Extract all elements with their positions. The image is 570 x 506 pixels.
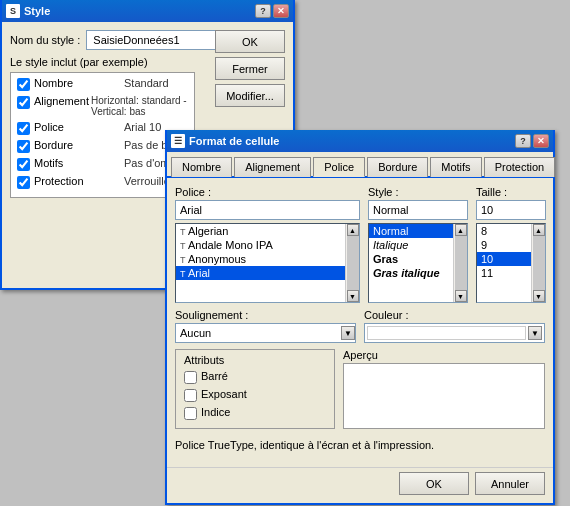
indice-checkbox[interactable]	[184, 407, 197, 420]
style-item-gras[interactable]: Gras	[369, 252, 453, 266]
exposant-label: Exposant	[201, 388, 247, 400]
motifs-label: Motifs	[34, 157, 124, 169]
nombre-label: Nombre	[34, 77, 124, 89]
couleur-select[interactable]: ▼	[364, 323, 545, 343]
style-fermer-button[interactable]: Fermer	[215, 57, 285, 80]
police-input-row	[175, 200, 360, 220]
apercu-section: Aperçu	[343, 349, 545, 435]
police-item-andale[interactable]: T Andale Mono IPA	[176, 238, 345, 252]
police-checkbox[interactable]	[17, 122, 30, 135]
apercu-label: Aperçu	[343, 349, 545, 361]
style-window-title: Style	[24, 5, 50, 17]
taille-column: Taille : 8 9 10 11 ▲ ▼	[476, 186, 546, 303]
taille-scroll-down[interactable]: ▼	[533, 290, 545, 302]
soulignement-couleur-row: Soulignement : Aucun ▼ Couleur : ▼	[175, 309, 545, 343]
taille-item-11[interactable]: 11	[477, 266, 531, 280]
taille-item-8[interactable]: 8	[477, 224, 531, 238]
format-help-button[interactable]: ?	[515, 134, 531, 148]
style-modifier-button[interactable]: Modifier...	[215, 84, 285, 107]
tab-nombre[interactable]: Nombre	[171, 157, 232, 177]
style-item-gras-italique[interactable]: Gras italique	[369, 266, 453, 280]
nom-du-style-label: Nom du style :	[10, 34, 80, 46]
police-scroll-track	[347, 236, 359, 290]
three-col-labels: Police : T Algerian T Andale Mono IPA T …	[175, 186, 545, 303]
soulignement-label: Soulignement :	[175, 309, 356, 321]
format-ok-button[interactable]: OK	[399, 472, 469, 495]
attributs-title: Attributs	[184, 354, 326, 366]
soulignement-col: Soulignement : Aucun ▼	[175, 309, 356, 343]
tab-alignement[interactable]: Alignement	[234, 157, 311, 177]
taille-input-row	[476, 200, 546, 220]
nombre-value: Standard	[124, 77, 169, 89]
police-item-algerian[interactable]: T Algerian	[176, 224, 345, 238]
style-motifs-item: Motifs Pas d'ombr	[17, 157, 188, 171]
style-input[interactable]	[368, 200, 468, 220]
style-scroll-up[interactable]: ▲	[455, 224, 467, 236]
style-item-normal[interactable]: Normal	[369, 224, 453, 238]
taille-list[interactable]: 8 9 10 11 ▲ ▼	[476, 223, 546, 303]
format-window-icon: ☰	[171, 134, 185, 148]
police-scrollbar: ▲ ▼	[345, 224, 359, 302]
protection-value: Verrouillé	[124, 175, 170, 187]
bordure-checkbox[interactable]	[17, 140, 30, 153]
tab-protection[interactable]: Protection	[484, 157, 556, 177]
protection-label: Protection	[34, 175, 124, 187]
police-scroll-up[interactable]: ▲	[347, 224, 359, 236]
format-tabs: Nombre Alignement Police Bordure Motifs …	[167, 152, 553, 178]
police-column: Police : T Algerian T Andale Mono IPA T …	[175, 186, 360, 303]
taille-item-10[interactable]: 10	[477, 252, 531, 266]
format-annuler-button[interactable]: Annuler	[475, 472, 545, 495]
style-window-icon: S	[6, 4, 20, 18]
style-scrollbar: ▲ ▼	[453, 224, 467, 302]
taille-input[interactable]	[476, 200, 546, 220]
format-cellule-dialog: ☰ Format de cellule ? ✕ Nombre Alignemen…	[165, 130, 555, 505]
style-title-bar: S Style ? ✕	[2, 0, 293, 22]
couleur-col: Couleur : ▼	[364, 309, 545, 343]
attribut-indice-item: Indice	[184, 406, 326, 420]
alignement-value: Horizontal: standard - Vertical: bas	[91, 95, 188, 117]
couleur-swatch	[367, 326, 526, 340]
soulignement-value: Aucun	[176, 326, 341, 340]
taille-scroll-track	[533, 236, 545, 290]
police-col-label: Police :	[175, 186, 360, 198]
motifs-checkbox[interactable]	[17, 158, 30, 171]
tab-police[interactable]: Police	[313, 157, 365, 177]
style-column: Style : Normal Italique Gras Gras italiq…	[368, 186, 468, 303]
format-close-button[interactable]: ✕	[533, 134, 549, 148]
style-close-button[interactable]: ✕	[273, 4, 289, 18]
style-list[interactable]: Normal Italique Gras Gras italique ▲ ▼	[368, 223, 468, 303]
tab-motifs[interactable]: Motifs	[430, 157, 481, 177]
style-nombre-item: Nombre Standard	[17, 77, 188, 91]
style-police-item: Police Arial 10	[17, 121, 188, 135]
taille-scroll-up[interactable]: ▲	[533, 224, 545, 236]
style-scroll-down[interactable]: ▼	[455, 290, 467, 302]
style-help-button[interactable]: ?	[255, 4, 271, 18]
police-input[interactable]	[175, 200, 360, 220]
protection-checkbox[interactable]	[17, 176, 30, 189]
soulignement-select[interactable]: Aucun ▼	[175, 323, 356, 343]
exposant-checkbox[interactable]	[184, 389, 197, 402]
taille-item-9[interactable]: 9	[477, 238, 531, 252]
nombre-checkbox[interactable]	[17, 78, 30, 91]
police-value: Arial 10	[124, 121, 161, 133]
style-item-italique[interactable]: Italique	[369, 238, 453, 252]
police-item-arial[interactable]: T Arial	[176, 266, 345, 280]
soulignement-arrow[interactable]: ▼	[341, 326, 355, 340]
taille-list-items: 8 9 10 11	[477, 224, 531, 302]
indice-label: Indice	[201, 406, 230, 418]
barre-checkbox[interactable]	[184, 371, 197, 384]
attributs-apercu-section: Attributs Barré Exposant Indice Aperçu	[175, 349, 545, 435]
style-ok-button[interactable]: OK	[215, 30, 285, 53]
police-list[interactable]: T Algerian T Andale Mono IPA T Anonymous…	[175, 223, 360, 303]
police-item-anonymous[interactable]: T Anonymous	[176, 252, 345, 266]
alignement-checkbox[interactable]	[17, 96, 30, 109]
barre-label: Barré	[201, 370, 228, 382]
couleur-arrow[interactable]: ▼	[528, 326, 542, 340]
info-text: Police TrueType, identique à l'écran et …	[175, 439, 545, 451]
style-list-items: Normal Italique Gras Gras italique	[369, 224, 453, 302]
police-label: Police	[34, 121, 124, 133]
style-bordure-item: Bordure Pas de bord	[17, 139, 188, 153]
style-scroll-track	[455, 236, 467, 290]
tab-bordure[interactable]: Bordure	[367, 157, 428, 177]
police-scroll-down[interactable]: ▼	[347, 290, 359, 302]
